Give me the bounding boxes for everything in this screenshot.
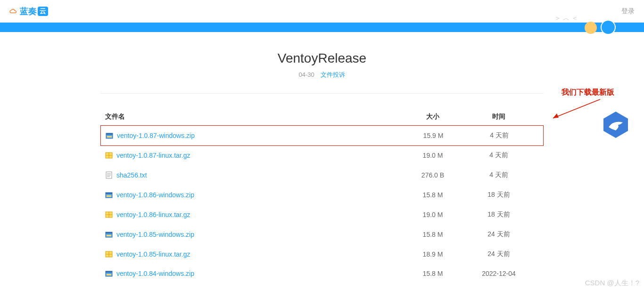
file-size: 19.0 M: [397, 211, 468, 218]
file-link[interactable]: ventoy-1.0.85-linux.tar.gz: [116, 250, 190, 258]
table-row: ventoy-1.0.87-linux.tar.gz19.0 M4 天前: [100, 145, 544, 165]
file-link[interactable]: ventoy-1.0.86-linux.tar.gz: [116, 211, 190, 218]
bird-badge-icon[interactable]: [602, 111, 630, 139]
table-row: sha256.txt276.0 B4 天前: [100, 165, 544, 185]
table-row: ventoy-1.0.85-linux.tar.gz18.9 M24 天前: [100, 244, 544, 264]
file-name-cell: ventoy-1.0.87-windows.zip: [101, 132, 398, 139]
file-link[interactable]: sha256.txt: [116, 171, 147, 179]
file-time: 24 天前: [468, 250, 529, 258]
file-size: 18.9 M: [397, 250, 468, 258]
file-size: 276.0 B: [397, 171, 468, 179]
table-row: ventoy-1.0.84-windows.zip15.8 M2022-12-0…: [100, 264, 544, 283]
brand-logo[interactable]: 蓝奏 云: [9, 6, 48, 17]
table-row: ventoy-1.0.87-windows.zip15.9 M4 天前: [100, 125, 544, 146]
table-row: ventoy-1.0.86-linux.tar.gz19.0 M18 天前: [100, 205, 544, 225]
svg-rect-11: [106, 193, 112, 194]
file-time: 18 天前: [468, 191, 529, 199]
table-header: 文件名 大小 时间: [100, 108, 544, 126]
svg-rect-17: [106, 232, 112, 234]
page-date: 04-30: [299, 71, 314, 78]
file-link[interactable]: ventoy-1.0.87-linux.tar.gz: [116, 152, 190, 159]
file-size: 15.9 M: [398, 132, 469, 139]
svg-rect-23: [106, 271, 112, 273]
file-time: 4 天前: [468, 171, 529, 179]
table-row: ventoy-1.0.86-windows.zip15.8 M18 天前: [100, 185, 544, 205]
file-link[interactable]: ventoy-1.0.84-windows.zip: [116, 270, 194, 277]
svg-line-25: [553, 99, 600, 118]
annotation-arrow: [548, 97, 605, 125]
main-content: VentoyRelease 04-30 文件投诉 文件名 大小 时间 vento…: [91, 32, 553, 283]
top-bar: 蓝奏 云 登录: [0, 0, 644, 23]
cloud-icon: [9, 8, 17, 15]
file-type-icon: [105, 231, 113, 238]
file-size: 15.8 M: [397, 191, 468, 199]
divider: [100, 93, 544, 94]
page-subtitle: 04-30 文件投诉: [100, 71, 544, 79]
file-name-cell: ventoy-1.0.85-windows.zip: [100, 231, 397, 238]
file-link[interactable]: ventoy-1.0.87-windows.zip: [117, 132, 195, 139]
file-size: 15.8 M: [397, 231, 468, 238]
file-name-cell: ventoy-1.0.85-linux.tar.gz: [100, 250, 397, 258]
svg-rect-2: [107, 136, 112, 137]
svg-rect-1: [106, 133, 113, 135]
file-type-icon: [105, 250, 113, 258]
file-name-cell: ventoy-1.0.86-windows.zip: [100, 191, 397, 199]
banner-decoration: ＞ ︿ ＜: [554, 14, 578, 23]
file-type-icon: [105, 211, 113, 218]
banner-decoration-circle: [585, 22, 597, 34]
file-name-cell: sha256.txt: [100, 171, 397, 179]
file-link[interactable]: ventoy-1.0.86-windows.zip: [116, 191, 194, 199]
banner-decoration-circle2: [601, 20, 616, 35]
file-time: 2022-12-04: [468, 270, 529, 277]
file-size: 19.0 M: [397, 152, 468, 159]
watermark-text: CSDN @人生！?: [585, 279, 639, 283]
complaint-link[interactable]: 文件投诉: [321, 71, 345, 78]
svg-marker-26: [553, 113, 559, 118]
file-name-cell: ventoy-1.0.84-windows.zip: [100, 270, 397, 277]
column-header-size: 大小: [397, 113, 468, 121]
file-type-icon: [105, 270, 113, 277]
column-header-name: 文件名: [100, 113, 397, 121]
page-title: VentoyRelease: [100, 51, 544, 66]
brand-text: 蓝奏 云: [20, 6, 48, 17]
banner-strip: ＞ ︿ ＜: [0, 23, 644, 32]
file-size: 15.8 M: [397, 270, 468, 277]
column-header-time: 时间: [468, 113, 529, 121]
file-time: 4 天前: [468, 151, 529, 160]
file-time: 4 天前: [469, 131, 530, 140]
annotation-text: 我们下载最新版: [561, 88, 614, 97]
file-name-cell: ventoy-1.0.86-linux.tar.gz: [100, 211, 397, 218]
svg-rect-18: [107, 235, 111, 236]
svg-rect-24: [107, 274, 111, 275]
file-type-icon: [105, 152, 113, 159]
file-type-icon: [106, 132, 113, 139]
file-link[interactable]: ventoy-1.0.85-windows.zip: [116, 231, 194, 238]
table-row: ventoy-1.0.85-windows.zip15.8 M24 天前: [100, 225, 544, 244]
file-list: ventoy-1.0.87-windows.zip15.9 M4 天前vento…: [100, 125, 544, 283]
login-link[interactable]: 登录: [621, 7, 635, 16]
file-time: 18 天前: [468, 210, 529, 219]
file-time: 24 天前: [468, 230, 529, 239]
file-type-icon: [105, 171, 113, 179]
svg-rect-12: [107, 195, 111, 197]
file-name-cell: ventoy-1.0.87-linux.tar.gz: [100, 152, 397, 159]
file-type-icon: [105, 191, 113, 199]
